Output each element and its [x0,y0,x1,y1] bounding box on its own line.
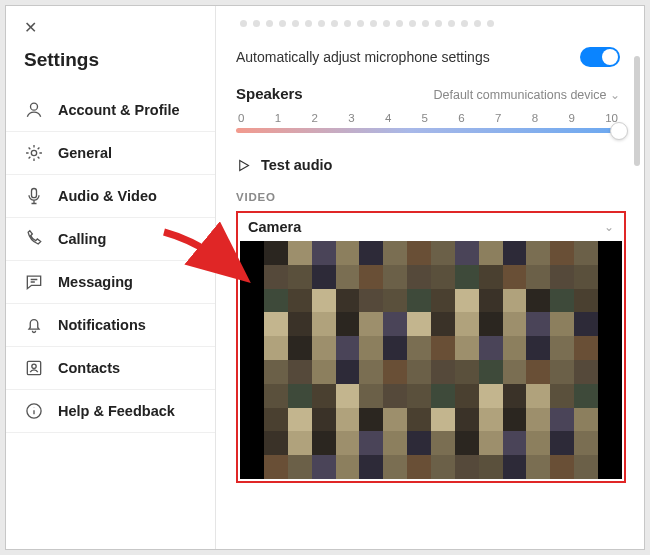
camera-preview [240,241,622,479]
camera-dropdown[interactable]: ⌄ [604,220,614,234]
speakers-volume-slider[interactable]: 012345678910 [236,102,620,141]
auto-adjust-toggle[interactable] [580,47,620,67]
level-dots [236,20,620,37]
slider-ticks: 012345678910 [236,112,620,128]
sidebar-item-messaging[interactable]: Messaging [6,261,215,304]
close-icon[interactable]: ✕ [24,19,37,36]
sidebar-item-label: Help & Feedback [58,403,175,419]
sidebar-item-label: Messaging [58,274,133,290]
play-icon [236,158,251,173]
sidebar-title: Settings [6,41,215,89]
speakers-device-dropdown[interactable]: Default communications device ⌄ [434,88,620,102]
sidebar-item-label: Contacts [58,360,120,376]
sidebar: ✕ Settings Account & Profile General Aud… [6,6,216,549]
auto-adjust-label: Automatically adjust microphone settings [236,49,490,65]
microphone-icon [24,186,44,206]
test-audio-button[interactable]: Test audio [236,141,620,191]
sidebar-item-general[interactable]: General [6,132,215,175]
sidebar-item-label: Calling [58,231,106,247]
content-panel: Automatically adjust microphone settings… [216,6,644,549]
svg-point-1 [31,150,36,155]
scrollbar-thumb[interactable] [634,56,640,166]
video-section-header: VIDEO [236,191,620,211]
profile-icon [24,100,44,120]
chevron-down-icon: ⌄ [610,88,620,102]
settings-window: ✕ Settings Account & Profile General Aud… [5,5,645,550]
camera-section-highlight: Camera ⌄ [236,211,626,483]
sidebar-item-audio-video[interactable]: Audio & Video [6,175,215,218]
sidebar-item-calling[interactable]: Calling [6,218,215,261]
sidebar-item-help-feedback[interactable]: Help & Feedback [6,390,215,433]
bell-icon [24,315,44,335]
slider-thumb[interactable] [610,122,628,140]
speakers-label: Speakers [236,85,303,102]
svg-rect-2 [32,189,37,198]
info-icon [24,401,44,421]
sidebar-item-account-profile[interactable]: Account & Profile [6,89,215,132]
gear-icon [24,143,44,163]
sidebar-item-label: General [58,145,112,161]
svg-point-4 [32,364,36,368]
phone-icon [24,229,44,249]
sidebar-item-label: Account & Profile [58,102,180,118]
camera-label: Camera [248,219,301,235]
svg-point-0 [31,103,38,110]
sidebar-item-label: Audio & Video [58,188,157,204]
sidebar-item-notifications[interactable]: Notifications [6,304,215,347]
sidebar-item-label: Notifications [58,317,146,333]
chat-icon [24,272,44,292]
contacts-icon [24,358,44,378]
sidebar-item-contacts[interactable]: Contacts [6,347,215,390]
test-audio-label: Test audio [261,157,332,173]
